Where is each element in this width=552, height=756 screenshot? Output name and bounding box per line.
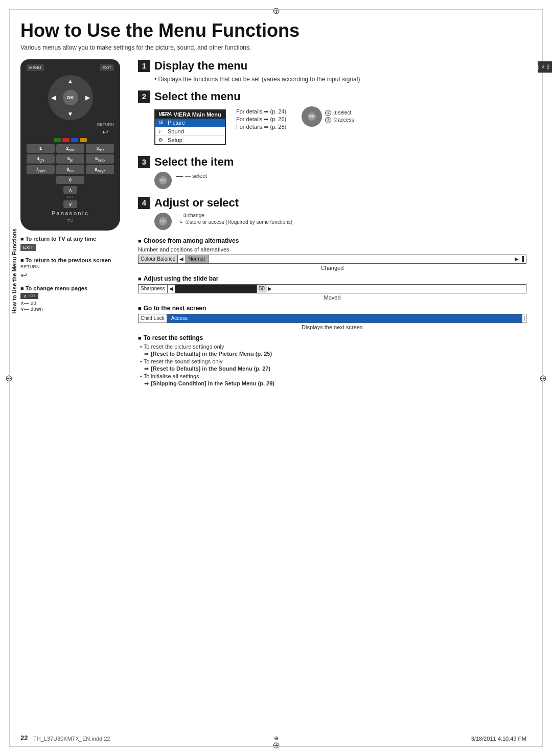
return-area: RETURN ↩: [27, 122, 114, 136]
return-label: RETURN: [97, 122, 114, 127]
balance-arrow-left: ◀: [178, 256, 185, 262]
step-4-section: 4 Adjust or select OK — ①change: [138, 196, 526, 230]
num-0[interactable]: 0: [56, 176, 84, 184]
menu-box-header: VIERA VIERA Main Menu: [155, 110, 225, 119]
side-tab: UsNMTP: [538, 61, 552, 73]
left-column: MENU EXIT ▲ ◀ ▶ OK ▼: [20, 59, 128, 317]
change-text: ①change: [183, 213, 204, 218]
step-4-labels: — ①change ↳ ②store or access (Required b…: [176, 213, 292, 226]
return-previous-note: To return to the previous screen RETURN …: [20, 257, 123, 280]
store-label: ↳ ②store or access (Required by some fun…: [178, 219, 292, 225]
balance-label: Colour Balance: [139, 255, 178, 263]
next-screen-heading: Go to the next screen: [138, 305, 526, 312]
nav-left[interactable]: ◀: [51, 95, 56, 101]
return-tv-note: To return to TV at any time EXIT: [20, 236, 123, 252]
step-1-title: Display the menu: [154, 59, 247, 73]
ch-down[interactable]: ∨: [63, 200, 77, 208]
num-3[interactable]: 3def: [86, 144, 114, 153]
num-8[interactable]: 8tuv: [56, 165, 84, 174]
select-note-text: — select: [185, 173, 207, 179]
nav-ring: ▲ ◀ ▶ OK ▼: [48, 75, 93, 120]
return-button-label: RETURN: [20, 264, 40, 269]
step-2-section: 2 Select the menu VIERA VIERA Main Menu …: [138, 90, 526, 148]
picture-label: Picture: [168, 120, 185, 126]
sharp-fill: [175, 285, 257, 293]
step-3-section: 3 Select the item OK — — select: [138, 155, 526, 189]
sound-label: Sound: [168, 128, 184, 134]
menu-item-picture: 🖥 Picture: [155, 119, 225, 127]
return-button[interactable]: ↩: [102, 128, 108, 136]
select-access-area: OK ① ①select ② ②access: [302, 106, 354, 129]
ch-arrows: ∧ CH ∧— up ∨— down: [20, 292, 123, 312]
slide-bar-heading: Adjust using the slide bar: [138, 275, 526, 282]
select-labels: ① ①select ② ②access: [325, 109, 354, 124]
sharp-value: 50: [257, 285, 267, 293]
ok-button[interactable]: OK: [63, 90, 78, 105]
nav-down[interactable]: ▼: [67, 111, 74, 117]
select-text: ①select: [333, 110, 351, 116]
nav-right[interactable]: ▶: [85, 95, 90, 101]
remote-top-buttons: MENU EXIT: [27, 64, 114, 71]
change-pages-note: To change menu pages ∧ CH ∧— up ∨— down: [20, 285, 123, 312]
detail-picture: For details ➡ (p. 24): [236, 108, 286, 115]
reset-item-1: • To reset the picture settings only: [140, 343, 526, 350]
menu-button[interactable]: MENU: [27, 64, 44, 71]
ok-circle-3: OK: [154, 172, 172, 189]
tv-text: TV: [27, 218, 114, 223]
exit-button-remote[interactable]: EXIT: [100, 64, 114, 71]
nav-up[interactable]: ▲: [67, 78, 74, 84]
step-3-number: 3: [138, 156, 150, 168]
panasonic-logo: Panasonic: [27, 210, 114, 216]
alternatives-note: Number and positions of alternatives: [138, 246, 526, 253]
detail-sound: For details ➡ (p. 26): [236, 116, 286, 123]
num-5[interactable]: 5jkl: [56, 154, 84, 164]
ch-up-indicator: ∧ CH: [20, 293, 38, 299]
displays-note: Displays the next screen: [302, 324, 363, 330]
detail-setup: For details ➡ (p. 28): [236, 124, 286, 130]
picture-icon: 🖥: [158, 120, 166, 126]
green-button[interactable]: [54, 138, 61, 142]
num-7[interactable]: 7pqrs: [27, 165, 55, 174]
select-row: ① ①select: [325, 110, 354, 116]
balance-value: Normal: [185, 255, 208, 263]
step-1-header: 1 Display the menu: [138, 59, 526, 73]
sharp-label: Sharpness: [139, 285, 168, 293]
ok-indicator: OK: [308, 112, 316, 121]
nav-indicator: OK: [302, 106, 322, 127]
yellow-button[interactable]: [80, 138, 87, 142]
step-2-content: VIERA VIERA Main Menu 🖥 Picture ♪ Sound: [154, 106, 526, 148]
vertical-page-label: How to Use the Menu Functions: [9, 92, 19, 450]
ch-buttons: ∧ CH ∨: [27, 186, 114, 208]
ch-up[interactable]: ∧: [63, 186, 77, 194]
ok-select-area: OK: [154, 172, 172, 189]
main-menu-title: VIERA Main Menu: [174, 111, 221, 118]
return-previous-heading: To return to the previous screen: [20, 257, 123, 263]
up-label: ∧— up: [20, 300, 36, 306]
main-menu-box: VIERA VIERA Main Menu 🖥 Picture ♪ Sound: [154, 109, 226, 145]
red-button[interactable]: [62, 138, 70, 142]
step-4-number: 4: [138, 197, 150, 209]
num-4[interactable]: 4ghi: [27, 154, 55, 164]
blue-button[interactable]: [71, 138, 78, 142]
select-note: — — select: [176, 172, 207, 180]
step-2-header: 2 Select the menu: [138, 90, 526, 103]
sharpness-bar-container: Sharpness ◀ 50 ▶ Moved: [138, 284, 526, 301]
step-3-content: OK — — select: [154, 172, 526, 189]
footer-center-mark: ⊕: [274, 735, 279, 742]
balance-bar-row: Colour Balance ◀ Normal ▶ ▐: [138, 255, 526, 264]
choose-alternatives-heading: Choose from among alternatives: [138, 237, 526, 244]
exit-label: EXIT: [20, 244, 36, 251]
num-9[interactable]: 9wxyz: [86, 165, 114, 174]
num-6[interactable]: 6mno: [86, 154, 114, 164]
num-2[interactable]: 2abc: [56, 144, 84, 153]
down-label: ∨— down: [20, 306, 43, 312]
step-4-title: Adjust or select: [154, 196, 239, 210]
step-2-number: 2: [138, 90, 150, 103]
childlock-bar-container: Child Lock Access | Displays the next sc…: [138, 314, 526, 330]
remote-control: MENU EXIT ▲ ◀ ▶ OK ▼: [20, 59, 120, 231]
return-icon: ↩: [20, 270, 27, 280]
num-1[interactable]: 1: [27, 144, 55, 153]
reset-item-5: • To initialise all settings: [140, 373, 526, 379]
main-content: How to Use the Menu Functions Various me…: [20, 20, 526, 730]
reset-item-6: ➡ [Shipping Condition] in the Setup Menu…: [144, 380, 526, 387]
